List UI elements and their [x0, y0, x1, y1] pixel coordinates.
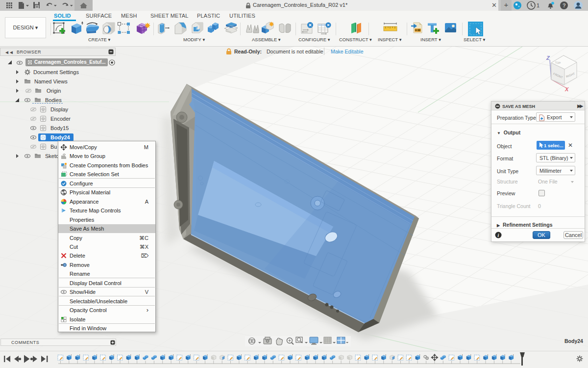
svg-text:1: 1 [537, 2, 539, 8]
svg-text:X: X [564, 86, 569, 92]
svg-text:i: i [498, 233, 499, 238]
svg-text:?: ? [563, 2, 566, 8]
